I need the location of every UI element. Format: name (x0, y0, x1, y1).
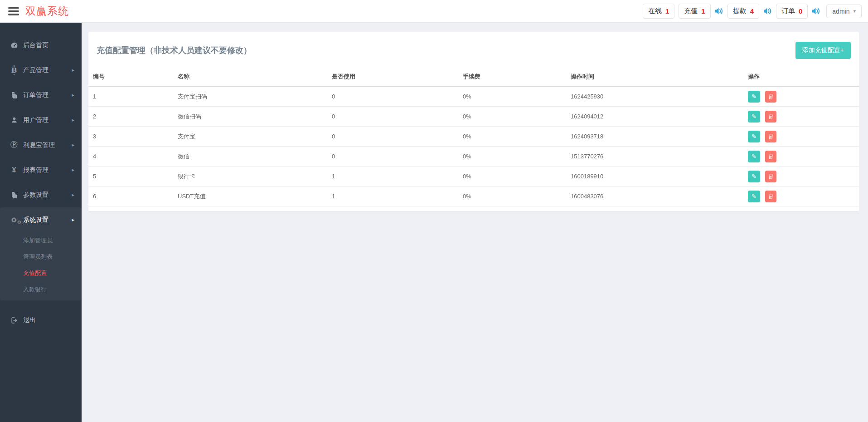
recharge-count-badge[interactable]: 充值 1 (679, 4, 710, 19)
yen-icon: ¥ (9, 166, 19, 174)
cell-enabled: 0 (327, 147, 458, 167)
brand-title: 双赢系统 (25, 4, 69, 18)
sidebar: 后台首页 B 产品管理 ▸ 订单管理 ▸ 用户管理 ▸ Ⓟ 利息宝管理 ▸ ¥ … (0, 23, 82, 422)
sidebar-item-logout[interactable]: 退出 (0, 308, 82, 333)
edit-button[interactable]: ✎ (748, 131, 760, 142)
sidebar-item-interest[interactable]: Ⓟ 利息宝管理 ▸ (0, 132, 82, 157)
chevron-down-icon: ▾ (853, 8, 856, 14)
sidebar-item-products[interactable]: B 产品管理 ▸ (0, 58, 82, 83)
admin-dropdown[interactable]: admin ▾ (826, 5, 862, 18)
edit-button[interactable]: ✎ (748, 111, 760, 123)
cell-name: 微信 (173, 147, 327, 167)
sidebar-item-label: 退出 (23, 316, 36, 324)
table-row: 5 银行卡 1 0% 1600189910 ✎ (88, 167, 859, 186)
cell-id: 1 (88, 87, 173, 107)
sidebar-item-label: 用户管理 (23, 116, 48, 124)
sidebar-item-reports[interactable]: ¥ 报表管理 ▸ (0, 157, 82, 182)
edit-button[interactable]: ✎ (748, 91, 760, 103)
chevron-right-icon: ▸ (72, 217, 74, 223)
online-count-badge[interactable]: 在线 1 (643, 4, 674, 19)
cell-fee: 0% (458, 127, 566, 147)
system-settings-group: ⚙⚙ 系统设置 ▸ 添加管理员 管理员列表 充值配置 入款银行 (0, 207, 82, 300)
col-fee: 手续费 (458, 67, 566, 87)
withdraw-speaker-icon[interactable] (763, 7, 772, 15)
delete-button[interactable] (765, 171, 776, 182)
pencil-icon: ✎ (752, 93, 756, 100)
cell-enabled: 1 (327, 167, 458, 186)
bitcoin-icon: B (9, 66, 19, 74)
order-label: 订单 (781, 7, 795, 15)
submenu-label: 管理员列表 (23, 253, 53, 261)
submenu-label: 添加管理员 (23, 236, 53, 245)
cell-enabled: 0 (327, 87, 458, 107)
header-actions: 在线 1 充值 1 提款 4 订单 0 admin ▾ (643, 4, 862, 19)
pencil-icon: ✎ (752, 153, 756, 160)
cell-time: 1600189910 (566, 167, 743, 186)
cell-fee: 0% (458, 186, 566, 206)
table-row: 1 支付宝扫码 0 0% 1624425930 ✎ (88, 87, 859, 107)
trash-icon (768, 93, 773, 99)
trash-icon (768, 153, 773, 159)
menu-toggle-icon[interactable] (8, 7, 19, 15)
edit-button[interactable]: ✎ (748, 151, 760, 162)
pencil-icon: ✎ (752, 113, 756, 120)
sidebar-item-params[interactable]: 参数设置 ▸ (0, 182, 82, 207)
cell-name: 支付宝扫码 (173, 87, 327, 107)
delete-button[interactable] (765, 111, 776, 123)
sign-out-icon (9, 317, 19, 324)
withdraw-count-badge[interactable]: 提款 4 (727, 4, 759, 19)
submenu-recharge-config[interactable]: 充值配置 (0, 265, 82, 281)
online-count: 1 (665, 7, 669, 15)
submenu-deposit-bank[interactable]: 入款银行 (0, 281, 82, 298)
sidebar-item-dashboard[interactable]: 后台首页 (0, 33, 82, 58)
chevron-right-icon: ▸ (72, 117, 74, 123)
delete-button[interactable] (765, 191, 776, 202)
sidebar-item-label: 利息宝管理 (23, 141, 55, 149)
gears-icon: ⚙⚙ (9, 216, 19, 223)
delete-button[interactable] (765, 151, 776, 162)
orders-icon (9, 92, 19, 99)
table-row: 4 微信 0 0% 1513770276 ✎ (88, 147, 859, 167)
top-header: 双赢系统 在线 1 充值 1 提款 4 订单 0 admin ▾ (0, 0, 868, 23)
cell-time: 1600483076 (566, 186, 743, 206)
sidebar-item-orders[interactable]: 订单管理 ▸ (0, 83, 82, 108)
edit-button[interactable]: ✎ (748, 171, 760, 182)
recharge-count: 1 (701, 7, 705, 15)
edit-button[interactable]: ✎ (748, 191, 760, 202)
online-label: 在线 (648, 7, 662, 15)
order-count-badge[interactable]: 订单 0 (776, 4, 808, 19)
sidebar-item-system-settings[interactable]: ⚙⚙ 系统设置 ▸ (0, 207, 82, 232)
pencil-icon: ✎ (752, 173, 756, 180)
order-speaker-icon[interactable] (812, 7, 820, 15)
add-recharge-config-button[interactable]: 添加充值配置+ (795, 42, 851, 59)
page-title: 充值配置管理（非技术人员建议不要修改） (97, 45, 252, 56)
recharge-label: 充值 (684, 7, 698, 15)
submenu-label: 充值配置 (23, 269, 47, 277)
chevron-right-icon: ▸ (72, 142, 74, 148)
submenu-add-admin[interactable]: 添加管理员 (0, 232, 82, 249)
cell-name: 支付宝 (173, 127, 327, 147)
cell-fee: 0% (458, 167, 566, 186)
delete-button[interactable] (765, 91, 776, 103)
chevron-right-icon: ▸ (72, 67, 74, 73)
cell-fee: 0% (458, 147, 566, 167)
cell-name: 银行卡 (173, 167, 327, 186)
trash-icon (768, 193, 773, 199)
withdraw-count: 4 (750, 7, 754, 15)
order-count: 0 (799, 7, 802, 15)
col-enabled: 是否使用 (327, 67, 458, 87)
cell-enabled: 1 (327, 186, 458, 206)
cell-enabled: 0 (327, 107, 458, 127)
recharge-speaker-icon[interactable] (715, 7, 723, 15)
cell-name: USDT充值 (173, 186, 327, 206)
sidebar-item-users[interactable]: 用户管理 ▸ (0, 108, 82, 132)
cell-time: 1624425930 (566, 87, 743, 107)
sidebar-item-label: 报表管理 (23, 166, 48, 174)
table-row: 3 支付宝 0 0% 1624093718 ✎ (88, 127, 859, 147)
cell-id: 3 (88, 127, 173, 147)
cell-fee: 0% (458, 87, 566, 107)
cell-time: 1624094012 (566, 107, 743, 127)
delete-button[interactable] (765, 131, 776, 142)
submenu-admin-list[interactable]: 管理员列表 (0, 249, 82, 265)
cell-name: 微信扫码 (173, 107, 327, 127)
